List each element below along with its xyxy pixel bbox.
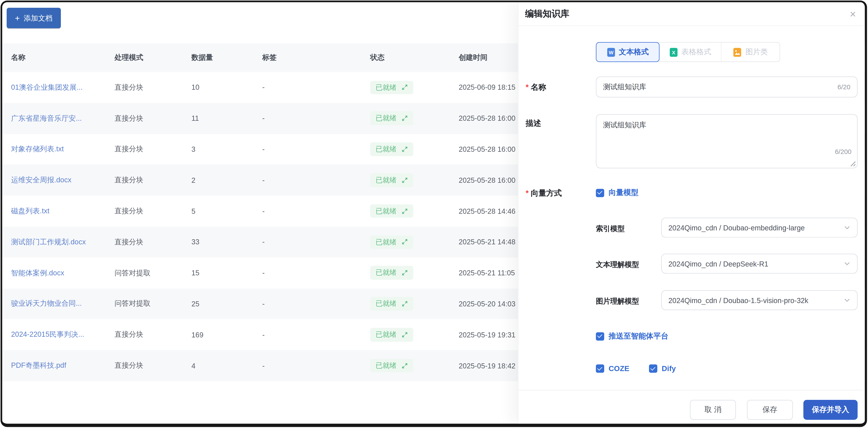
tag-cell: - (262, 269, 370, 277)
status-cell: 已就绪 (370, 112, 459, 125)
expand-icon[interactable] (401, 84, 408, 91)
tab-图片类[interactable]: 图片类 (721, 43, 780, 62)
push-to-agent-platform-label: 推送至智能体平台 (609, 331, 669, 341)
resize-handle-icon[interactable] (850, 161, 856, 166)
text-model-select[interactable]: 2024Qimo_cdn / DeepSeek-R1 (661, 254, 858, 274)
expand-icon[interactable] (401, 239, 408, 245)
tag-cell: - (262, 331, 370, 339)
process-mode-cell: 直接分块 (115, 237, 192, 247)
status-badge: 已就绪 (370, 81, 413, 94)
svg-text:W: W (609, 50, 613, 55)
process-mode-cell: 直接分块 (115, 113, 192, 123)
coze-checkbox[interactable]: COZE (596, 364, 629, 373)
save-and-import-button[interactable]: 保存并导入 (803, 400, 858, 420)
text-model-value: 2024Qimo_cdn / DeepSeek-R1 (669, 259, 768, 268)
save-button[interactable]: 保存 (747, 400, 793, 420)
column-header: 数据量 (191, 53, 262, 63)
process-mode-cell: 直接分块 (115, 206, 192, 216)
column-header: 状态 (370, 53, 459, 63)
expand-icon[interactable] (401, 208, 408, 214)
cancel-button[interactable]: 取 消 (690, 400, 736, 420)
document-name-link[interactable]: 运维安全周报.docx (11, 175, 115, 185)
status-cell: 已就绪 (370, 204, 459, 218)
chevron-down-icon (844, 260, 850, 267)
format-tabs: W文本格式X表格格式图片类 (596, 42, 780, 62)
data-count-cell: 11 (191, 114, 262, 122)
status-cell: 已就绪 (370, 81, 459, 94)
edit-knowledge-base-drawer: 编辑知识库 × W文本格式X表格格式图片类 名称 测试组知识库 6/20 描述 … (518, 2, 865, 424)
tag-cell: - (262, 145, 370, 153)
expand-icon[interactable] (401, 270, 408, 276)
expand-icon[interactable] (401, 146, 408, 152)
image-model-label: 图片理解模型 (596, 296, 639, 306)
status-badge: 已就绪 (370, 266, 413, 280)
image-model-select[interactable]: 2024Qimo_cdn / Doubao-1.5-vision-pro-32k (661, 290, 858, 310)
document-name-link[interactable]: 对象存储列表.txt (11, 144, 115, 154)
index-model-select[interactable]: 2024Qimo_cdn / Doubao-embedding-large (661, 218, 858, 238)
status-badge: 已就绪 (370, 142, 413, 156)
status-text: 已就绪 (376, 238, 397, 246)
status-badge: 已就绪 (370, 359, 413, 372)
tab-表格格式[interactable]: X表格格式 (659, 43, 721, 62)
expand-icon[interactable] (401, 115, 408, 121)
document-name-link[interactable]: 智能体案例.docx (11, 268, 115, 278)
dify-checkbox[interactable]: Dify (649, 364, 676, 373)
checkbox-checked-icon (596, 189, 604, 197)
status-text: 已就绪 (376, 146, 397, 153)
tag-cell: - (262, 238, 370, 246)
data-count-cell: 169 (191, 331, 262, 339)
dify-label: Dify (662, 364, 676, 373)
index-model-value: 2024Qimo_cdn / Doubao-embedding-large (669, 224, 805, 232)
checkbox-checked-icon (649, 364, 657, 373)
name-input[interactable]: 测试组知识库 6/20 (596, 77, 858, 97)
process-mode-cell: 直接分块 (115, 361, 192, 371)
data-count-cell: 2 (191, 176, 262, 184)
tab-label: 图片类 (745, 47, 768, 57)
document-name-link[interactable]: 广东省星海音乐厅安... (11, 113, 115, 123)
tab-文本格式[interactable]: W文本格式 (596, 42, 660, 62)
status-cell: 已就绪 (370, 328, 459, 341)
expand-icon[interactable] (401, 363, 408, 369)
status-badge: 已就绪 (370, 204, 413, 218)
column-header: 标签 (262, 53, 370, 63)
close-icon[interactable]: × (850, 9, 856, 19)
column-header: 名称 (11, 53, 115, 63)
status-badge: 已就绪 (370, 297, 413, 311)
description-value: 测试组知识库 (603, 120, 646, 130)
image-doc-icon (733, 48, 742, 57)
document-name-link[interactable]: 测试部门工作规划.docx (11, 237, 115, 247)
document-name-link[interactable]: 01澳谷企业集团发展... (11, 82, 115, 92)
status-cell: 已就绪 (370, 142, 459, 156)
expand-icon[interactable] (401, 177, 408, 183)
coze-label: COZE (609, 364, 629, 373)
process-mode-cell: 直接分块 (115, 175, 192, 185)
add-document-button[interactable]: + 添加文档 (7, 8, 61, 28)
document-name-link[interactable]: PDF奇墨科技.pdf (11, 361, 115, 371)
text-model-label: 文本理解模型 (596, 260, 639, 270)
status-text: 已就绪 (376, 301, 397, 307)
process-mode-cell: 问答对提取 (115, 299, 192, 309)
document-name-link[interactable]: 2024-22015民事判决... (11, 330, 115, 340)
description-textarea[interactable]: 测试组知识库 6/200 (596, 114, 858, 168)
tag-cell: - (262, 176, 370, 184)
tag-cell: - (262, 114, 370, 122)
tag-cell: - (262, 299, 370, 308)
tag-cell: - (262, 83, 370, 92)
push-to-agent-platform-checkbox[interactable]: 推送至智能体平台 (596, 331, 669, 341)
vector-model-checkbox[interactable]: 向量模型 (596, 188, 639, 198)
status-text: 已就绪 (376, 115, 397, 122)
checkbox-checked-icon (596, 332, 604, 341)
data-count-cell: 3 (191, 145, 262, 153)
vector-method-label: 向量方式 (526, 188, 562, 198)
drawer-title: 编辑知识库 (525, 8, 569, 20)
status-text: 已就绪 (376, 331, 397, 338)
footer-divider (519, 390, 865, 391)
tag-cell: - (262, 361, 370, 370)
status-badge: 已就绪 (370, 112, 413, 125)
expand-icon[interactable] (401, 301, 408, 307)
status-text: 已就绪 (376, 177, 397, 184)
document-name-link[interactable]: 骏业诉天力物业合同... (11, 299, 115, 309)
data-count-cell: 25 (191, 299, 262, 308)
expand-icon[interactable] (401, 332, 408, 338)
document-name-link[interactable]: 磁盘列表.txt (11, 206, 115, 216)
